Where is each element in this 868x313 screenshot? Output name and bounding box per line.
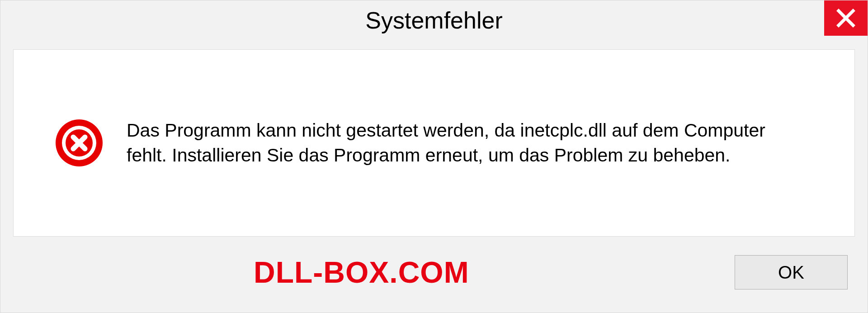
dialog-footer: DLL-BOX.COM OK <box>0 240 868 313</box>
titlebar: Systemfehler <box>0 0 868 40</box>
content-panel: Das Programm kann nicht gestartet werden… <box>13 49 855 237</box>
error-icon <box>54 118 104 168</box>
watermark-text: DLL-BOX.COM <box>254 255 469 289</box>
error-message: Das Programm kann nicht gestartet werden… <box>127 118 796 168</box>
error-dialog: Systemfehler Das Programm kann nicht ges… <box>0 0 868 313</box>
close-button[interactable] <box>824 0 868 36</box>
close-icon <box>836 8 856 28</box>
dialog-title: Systemfehler <box>365 7 502 34</box>
ok-button[interactable]: OK <box>735 255 848 289</box>
